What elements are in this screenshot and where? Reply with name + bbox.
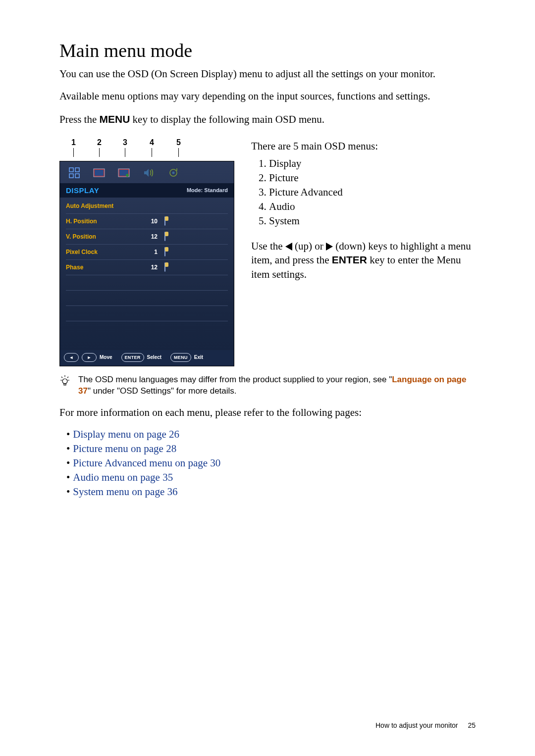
osd-title-bar: DISPLAY Mode: Standard [60,183,234,198]
page-number: 25 [468,721,476,729]
text: " under "OSD Settings" for more details. [88,386,237,396]
osd-row-empty: .. [66,275,228,291]
svg-rect-0 [69,168,73,172]
exit-label: Exit [194,354,203,360]
tip-note: The OSD menu languages may differ from t… [59,374,476,397]
list-item: System [269,215,476,227]
svg-rect-5 [95,170,104,176]
svg-rect-3 [75,174,79,178]
text: Press the [59,113,100,125]
right-arrow-icon[interactable]: ► [82,353,97,362]
footer-section: How to adjust your monitor [375,721,458,729]
list-item: •Display menu on page 26 [59,428,476,441]
audio-icon[interactable] [141,166,156,180]
left-arrow-icon[interactable]: ◄ [64,353,79,362]
right-triangle-icon [326,243,333,251]
left-triangle-icon [285,243,292,251]
osd-mode: Mode: Standard [187,187,228,193]
osd-label: Auto Adjustment [66,202,143,209]
tip-text: The OSD menu languages may differ from t… [78,374,476,397]
callout-line [178,148,179,157]
callout-line [125,148,125,157]
osd-row-empty: .. [66,306,228,321]
list-item: Picture Advanced [269,186,476,199]
intro-paragraph-3: Press the MENU key to display the follow… [59,112,476,126]
navigation-instructions: Use the (up) or (down) keys to highlight… [251,239,476,281]
osd-footer: ◄ ► Move ENTER Select MENU Exit [60,350,234,366]
picture-advanced-menu-link[interactable]: Picture Advanced menu on page 30 [73,457,220,469]
picture-menu-link[interactable]: Picture menu on page 28 [73,443,176,454]
display-icon[interactable] [67,166,82,180]
osd-title: DISPLAY [66,186,99,195]
osd-label: Pixel Clock [66,249,143,255]
osd-panel: DISPLAY Mode: Standard Auto Adjustment H… [59,161,234,366]
osd-row-pixel-clock[interactable]: Pixel Clock 1 [66,245,228,260]
page-footer: How to adjust your monitor 25 [375,721,476,729]
svg-point-8 [126,174,129,177]
osd-slider[interactable] [164,263,228,272]
svg-rect-1 [75,168,79,172]
text: key to display the following main OSD me… [130,113,324,125]
callout-line [99,148,100,157]
intro-paragraph-1: You can use the OSD (On Screen Display) … [59,67,476,81]
enter-key-label: ENTER [332,254,367,265]
audio-menu-link[interactable]: Audio menu on page 35 [73,471,173,483]
menus-intro: There are 5 main OSD menus: [251,140,476,152]
osd-slider[interactable] [164,232,228,241]
list-item: •Audio menu on page 35 [59,471,476,484]
osd-label: Phase [66,264,143,271]
text: (up) or [292,240,326,252]
list-item: •Picture menu on page 28 [59,443,476,455]
list-item: Picture [269,172,476,184]
display-menu-link[interactable]: Display menu on page 26 [73,428,179,440]
list-item: Audio [269,201,476,213]
intro-paragraph-2: Available menu options may vary dependin… [59,90,476,103]
callout-2: 2 [97,138,102,147]
osd-row-h-position[interactable]: H. Position 10 [66,214,228,229]
osd-value: 1 [143,249,158,255]
system-menu-link[interactable]: System menu on page 36 [73,486,177,498]
menu-button[interactable]: MENU [170,353,191,362]
osd-icon-row [60,161,234,183]
callout-numbers: 1 2 3 4 5 [59,138,234,161]
osd-slider[interactable] [164,248,228,256]
osd-value: 10 [143,218,158,225]
osd-row-empty: .. [66,291,228,306]
move-label: Move [100,354,112,360]
osd-row-v-position[interactable]: V. Position 12 [66,229,228,245]
svg-point-10 [172,171,175,174]
menus-list: Display Picture Picture Advanced Audio S… [251,157,476,227]
osd-items: Auto Adjustment H. Position 10 V. Positi… [60,198,234,350]
more-info: For more information on each menu, pleas… [59,406,476,419]
osd-row-phase[interactable]: Phase 12 [66,260,228,275]
callout-1: 1 [71,138,76,147]
list-item: •Picture Advanced menu on page 30 [59,457,476,469]
osd-row-auto-adjustment[interactable]: Auto Adjustment [66,199,228,214]
list-item: •System menu on page 36 [59,486,476,498]
text: Use the [251,240,285,252]
osd-value: 12 [143,264,158,271]
enter-button[interactable]: ENTER [121,353,144,362]
callout-4: 4 [150,138,154,147]
callout-3: 3 [123,138,127,147]
osd-slider[interactable] [164,217,228,226]
page-title: Main menu mode [59,40,476,61]
system-icon[interactable] [166,166,181,180]
select-label: Select [147,354,161,360]
lightbulb-icon [59,374,72,397]
right-column: There are 5 main OSD menus: Display Pict… [251,138,476,366]
osd-label: V. Position [66,233,143,240]
callout-line [73,148,74,157]
callout-line [152,148,152,157]
callout-5: 5 [176,138,181,147]
picture-advanced-icon[interactable] [116,166,131,180]
osd-value: 12 [143,233,158,240]
page: Main menu mode You can use the OSD (On S… [0,0,535,756]
osd-column: 1 2 3 4 5 [59,138,234,366]
svg-rect-2 [69,174,73,178]
page-links: •Display menu on page 26 •Picture menu o… [59,428,476,498]
osd-label: H. Position [66,218,143,225]
picture-icon[interactable] [92,166,107,180]
menu-key-label: MENU [100,113,130,125]
list-item: Display [269,157,476,170]
